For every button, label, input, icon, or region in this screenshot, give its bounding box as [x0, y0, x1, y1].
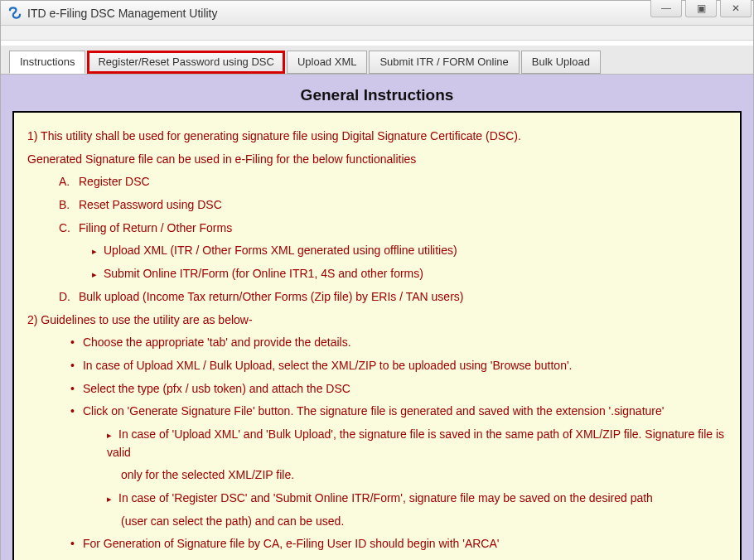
list-marker: C. — [59, 220, 79, 238]
list-text: In case of 'Register DSC' and 'Submit On… — [118, 491, 653, 504]
minimize-icon: — — [661, 2, 671, 14]
tab-label: Submit ITR / FORM Online — [379, 56, 508, 68]
instruction-line: 1) This utility shall be used for genera… — [27, 128, 727, 146]
instruction-panel: 1) This utility shall be used for genera… — [12, 111, 742, 560]
guideline-item: Click on 'Generate Signature File' butto… — [27, 403, 727, 421]
tab-label: Instructions — [20, 56, 75, 68]
list-text: For Generation of Signature file by CA, … — [83, 537, 500, 550]
close-icon: ✕ — [732, 2, 740, 14]
list-text: Register DSC — [79, 175, 150, 188]
close-button[interactable]: ✕ — [720, 0, 752, 17]
guideline-subitem-cont: only for the selected XML/ZIP file. — [27, 466, 727, 485]
instruction-item: A.Register DSC — [27, 173, 727, 191]
application-window: ITD e-Filing DSC Management Utility — ▣ … — [0, 0, 754, 560]
maximize-button[interactable]: ▣ — [685, 0, 717, 17]
list-text: In case of Upload XML / Bulk Upload, sel… — [83, 359, 573, 372]
guideline-subitem: In case of 'Upload XML' and 'Bulk Upload… — [27, 426, 727, 461]
list-text: Reset Password using DSC — [79, 198, 222, 211]
instruction-subitem: Submit Online ITR/Form (for Online ITR1,… — [27, 265, 727, 283]
instruction-line: 2) Guidelines to use the utility are as … — [27, 311, 727, 330]
window-title: ITD e-Filing DSC Management Utility — [27, 7, 218, 20]
tab-label: Register/Reset Password using DSC — [98, 56, 273, 68]
tab-bar: Instructions Register/Reset Password usi… — [1, 46, 753, 75]
list-text: Click on 'Generate Signature File' butto… — [83, 404, 665, 418]
guideline-item: Select the type (pfx / usb token) and at… — [27, 380, 727, 398]
list-text: Select the type (pfx / usb token) and at… — [83, 382, 350, 395]
tab-submit-itr-form-online[interactable]: Submit ITR / FORM Online — [369, 51, 519, 74]
guideline-subitem: In case of 'Register DSC' and 'Submit On… — [27, 490, 727, 508]
list-marker: D. — [59, 288, 79, 307]
minimize-button[interactable]: — — [650, 0, 682, 17]
list-text: Bulk upload (Income Tax return/Other For… — [79, 290, 463, 303]
instruction-item: D.Bulk upload (Income Tax return/Other F… — [27, 288, 727, 307]
instruction-subitem: Upload XML (ITR / Other Forms XML genera… — [27, 242, 727, 260]
app-icon — [7, 6, 22, 21]
maximize-icon: ▣ — [697, 2, 706, 14]
titlebar: ITD e-Filing DSC Management Utility — ▣ … — [1, 1, 753, 26]
tab-register-reset-password[interactable]: Register/Reset Password using DSC — [87, 51, 284, 74]
tab-bulk-upload[interactable]: Bulk Upload — [521, 51, 601, 74]
instruction-item: C.Filing of Return / Other Forms — [27, 220, 727, 238]
list-text: Choose the appropriate 'tab' and provide… — [83, 336, 351, 349]
guideline-item: Choose the appropriate 'tab' and provide… — [27, 334, 727, 352]
list-text: Submit Online ITR/Form (for Online ITR1,… — [104, 267, 423, 280]
instruction-item: B.Reset Password using DSC — [27, 196, 727, 215]
list-text: only for the selected XML/ZIP file. — [121, 468, 294, 481]
list-marker: A. — [59, 173, 79, 191]
browser-chrome — [1, 26, 753, 41]
guideline-item: In case of Upload XML / Bulk Upload, sel… — [27, 357, 727, 375]
window-controls: — ▣ ✕ — [647, 0, 752, 17]
list-text: Upload XML (ITR / Other Forms XML genera… — [104, 244, 457, 257]
instruction-line: Generated Signature file can be used in … — [27, 151, 727, 169]
list-marker: B. — [59, 196, 79, 215]
guideline-item: For Generation of Signature file by CA, … — [27, 535, 727, 553]
tab-instructions[interactable]: Instructions — [9, 51, 85, 74]
tab-upload-xml[interactable]: Upload XML — [287, 51, 368, 74]
content-area: General Instructions 1) This utility sha… — [1, 75, 753, 560]
guideline-subitem-cont: (user can select the path) and can be us… — [27, 513, 727, 531]
tab-label: Upload XML — [297, 56, 357, 68]
list-text: In case of 'Upload XML' and 'Bulk Upload… — [107, 427, 724, 459]
list-text: (user can select the path) and can be us… — [121, 514, 344, 528]
list-text: Filing of Return / Other Forms — [79, 221, 232, 234]
page-heading: General Instructions — [12, 83, 742, 111]
tab-label: Bulk Upload — [532, 56, 590, 68]
